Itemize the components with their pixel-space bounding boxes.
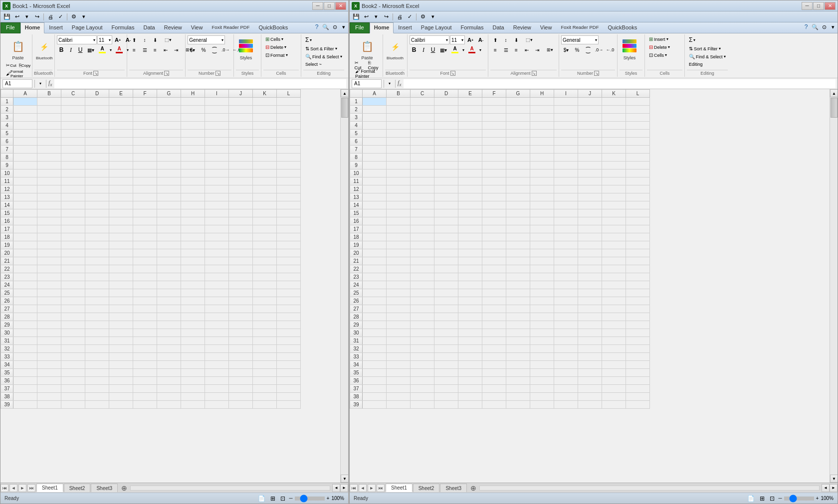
comma-btn-book1[interactable]: ⁐ <box>210 45 219 54</box>
cell[interactable] <box>205 321 229 329</box>
vscroll-book2[interactable]: ▲ ▼ <box>830 89 838 483</box>
cell[interactable] <box>133 193 157 201</box>
cell[interactable] <box>602 329 626 337</box>
increase-font-btn-book2[interactable]: A+ <box>465 35 475 44</box>
cell[interactable] <box>37 225 61 233</box>
cell[interactable] <box>85 305 109 313</box>
cell[interactable] <box>626 265 650 273</box>
cell[interactable] <box>434 138 458 146</box>
increase-font-btn-book1[interactable]: A+ <box>113 35 123 44</box>
cell[interactable] <box>387 162 411 169</box>
cell[interactable] <box>626 281 650 289</box>
row-number-21[interactable]: 21 <box>1 257 13 265</box>
cell[interactable] <box>109 297 133 305</box>
cell[interactable] <box>626 233 650 241</box>
cell[interactable] <box>578 297 602 305</box>
cell[interactable] <box>411 241 434 249</box>
cell[interactable] <box>554 377 578 385</box>
cell[interactable] <box>181 377 205 385</box>
cell[interactable] <box>626 377 650 385</box>
cell[interactable] <box>157 329 181 337</box>
cell[interactable] <box>61 185 85 193</box>
cell[interactable] <box>85 241 109 249</box>
cell[interactable] <box>434 329 458 337</box>
cell[interactable] <box>109 217 133 225</box>
col-C-book2[interactable]: C <box>411 90 434 98</box>
cell[interactable] <box>411 289 434 297</box>
row-header-corner-book1[interactable] <box>1 90 13 98</box>
cell[interactable] <box>602 106 626 114</box>
alignment-label-book1[interactable]: Alignment ↘ <box>129 70 183 76</box>
cell[interactable] <box>61 154 85 162</box>
name-box-book1[interactable]: A1 <box>2 79 32 88</box>
cell[interactable] <box>61 305 85 313</box>
row-number-28[interactable]: 28 <box>1 313 13 321</box>
cell[interactable] <box>85 337 109 345</box>
cell[interactable] <box>85 122 109 130</box>
col-H-book2[interactable]: H <box>530 90 554 98</box>
cell[interactable] <box>554 345 578 353</box>
cell[interactable] <box>109 361 133 369</box>
sheet-first-btn-book1[interactable]: ⏮ <box>0 484 8 492</box>
cell[interactable] <box>578 345 602 353</box>
row-number-15[interactable]: 15 <box>1 209 13 217</box>
cell[interactable] <box>37 249 61 257</box>
cell[interactable] <box>61 146 85 154</box>
cell[interactable] <box>387 257 411 265</box>
cell[interactable] <box>387 337 411 345</box>
cell[interactable] <box>229 305 253 313</box>
cell[interactable] <box>61 353 85 361</box>
cell[interactable] <box>434 98 458 106</box>
zoom-slider-book2[interactable] <box>784 497 814 501</box>
cell[interactable] <box>363 122 387 130</box>
cell[interactable] <box>363 273 387 281</box>
sort-filter-btn-book1[interactable]: ⇅ Sort & Filter ▾ <box>303 45 339 52</box>
zoom-in-btn-book2[interactable]: + <box>816 496 819 501</box>
cell[interactable] <box>157 209 181 217</box>
cell[interactable] <box>434 289 458 297</box>
cell[interactable] <box>61 138 85 146</box>
cell[interactable] <box>411 265 434 273</box>
row-number-21[interactable]: 21 <box>350 257 363 265</box>
page-break-btn-book1[interactable]: ⊡ <box>279 495 287 502</box>
cell[interactable] <box>387 193 411 201</box>
sheet-add-btn-book1[interactable]: ⊕ <box>120 484 128 492</box>
cell[interactable] <box>205 177 229 185</box>
search-btn-book2[interactable]: 🔍 <box>811 22 820 31</box>
cell[interactable] <box>61 249 85 257</box>
italic-btn-book1[interactable]: I <box>66 45 75 54</box>
number-format-dropdown-icon-book2[interactable]: ▾ <box>595 38 597 42</box>
cell[interactable] <box>458 265 482 273</box>
row-number-35[interactable]: 35 <box>1 369 13 377</box>
cell[interactable] <box>363 154 387 162</box>
cell[interactable] <box>482 337 506 345</box>
cell[interactable] <box>434 313 458 321</box>
cell[interactable] <box>85 162 109 169</box>
cell[interactable] <box>181 329 205 337</box>
cell[interactable] <box>434 305 458 313</box>
sheet-prev-btn-book2[interactable]: ◄ <box>359 484 367 492</box>
cell[interactable] <box>458 241 482 249</box>
cell[interactable] <box>85 249 109 257</box>
cell[interactable] <box>133 329 157 337</box>
cell[interactable] <box>530 106 554 114</box>
cell[interactable] <box>13 257 37 265</box>
cell[interactable] <box>277 369 301 377</box>
row-number-15[interactable]: 15 <box>350 209 363 217</box>
cell[interactable] <box>458 201 482 209</box>
row-number-18[interactable]: 18 <box>350 233 363 241</box>
format-painter-btn-book1[interactable]: 🖌 Format Painter <box>4 70 31 78</box>
cell[interactable] <box>61 337 85 345</box>
cell[interactable] <box>387 361 411 369</box>
row-number-1[interactable]: 1 <box>350 98 363 106</box>
cell[interactable] <box>133 169 157 177</box>
cell[interactable] <box>13 369 37 377</box>
cell[interactable] <box>37 114 61 122</box>
row-number-3[interactable]: 3 <box>1 114 13 122</box>
cell[interactable] <box>530 114 554 122</box>
cell[interactable] <box>181 257 205 265</box>
cell[interactable] <box>434 353 458 361</box>
cell[interactable] <box>109 233 133 241</box>
col-K-book1[interactable]: K <box>253 90 277 98</box>
row-number-31[interactable]: 31 <box>1 337 13 345</box>
